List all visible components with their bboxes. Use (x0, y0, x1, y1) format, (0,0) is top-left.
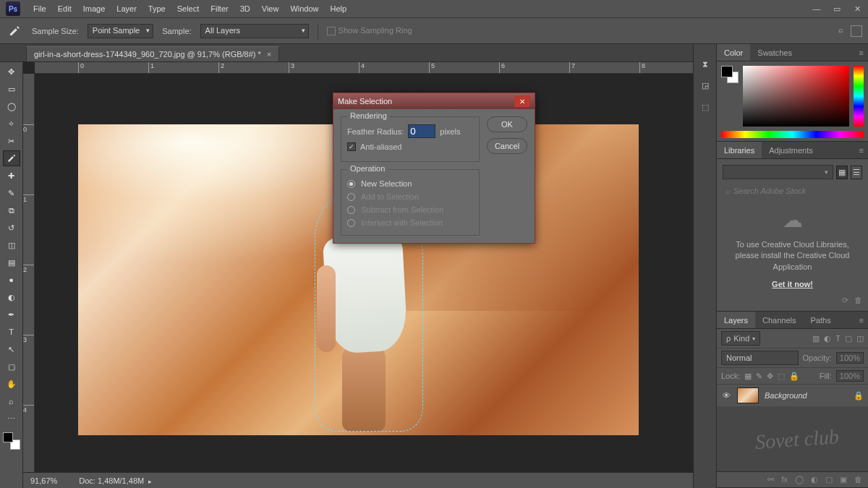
list-view-icon[interactable]: ☰ (851, 166, 862, 179)
menu-image[interactable]: Image (77, 4, 111, 13)
blend-mode-select[interactable]: Normal (721, 351, 799, 365)
document-tab[interactable]: girl-in-a-short-dress-1744349_960_720.jp… (26, 46, 279, 61)
magic-wand-tool[interactable]: ✧ (3, 116, 20, 132)
filter-pixel-icon[interactable]: ▥ (812, 334, 820, 343)
hand-tool[interactable]: ✋ (3, 376, 20, 392)
trash-icon[interactable]: 🗑 (854, 475, 862, 484)
layer-name[interactable]: Background (765, 391, 807, 400)
dodge-tool[interactable]: ◐ (3, 289, 20, 305)
tab-channels[interactable]: Channels (755, 312, 803, 328)
panel-menu-icon[interactable]: ≡ (855, 316, 868, 325)
type-tool[interactable]: T (3, 324, 20, 340)
show-sampling-ring[interactable]: Show Sampling Ring (327, 26, 412, 35)
close-tab-icon[interactable]: × (267, 50, 271, 59)
library-select[interactable]: ▾ (723, 165, 833, 179)
adjustment-icon[interactable]: ◐ (811, 475, 818, 484)
menu-filter[interactable]: Filter (205, 4, 234, 13)
healing-tool[interactable]: ✚ (3, 168, 20, 184)
sample-select[interactable]: All Layers▾ (200, 24, 309, 38)
sync-icon[interactable]: ⟳ (842, 296, 848, 305)
brush-tool[interactable]: ✎ (3, 185, 20, 201)
fx-icon[interactable]: fx (781, 475, 788, 484)
edit-toolbar[interactable]: ⋯ (3, 411, 20, 427)
zoom-level[interactable]: 91,67% (30, 476, 57, 485)
menu-view[interactable]: View (256, 4, 285, 13)
op-new-selection[interactable]: New Selection (347, 177, 473, 190)
panel-menu-icon[interactable]: ≡ (855, 48, 868, 57)
workspace-icon[interactable] (851, 25, 862, 37)
filter-smart-icon[interactable]: ◫ (856, 334, 864, 343)
opacity-value[interactable]: 100% (836, 352, 864, 364)
mask-icon[interactable]: ◯ (795, 475, 804, 484)
panel-menu-icon[interactable]: ≡ (855, 146, 868, 155)
restore-icon[interactable]: ▭ (832, 4, 842, 14)
color-field[interactable] (743, 66, 849, 127)
group-icon[interactable]: ▢ (825, 475, 833, 484)
search-icon[interactable]: ⌕ (838, 25, 843, 37)
history-brush-tool[interactable]: ↺ (3, 220, 20, 236)
crop-tool[interactable]: ✂ (3, 133, 20, 149)
tab-layers[interactable]: Layers (717, 312, 755, 328)
gradient-tool[interactable]: ▤ (3, 254, 20, 270)
eraser-tool[interactable]: ◫ (3, 237, 20, 253)
tab-swatches[interactable]: Swatches (750, 44, 799, 61)
properties-icon[interactable]: ◲ (699, 79, 712, 92)
color-swatches[interactable] (3, 432, 20, 450)
blur-tool[interactable]: ● (3, 272, 20, 288)
filter-adjust-icon[interactable]: ◐ (824, 334, 831, 343)
fill-value[interactable]: 100% (836, 370, 864, 382)
lock-position-icon[interactable]: ✎ (756, 372, 762, 381)
trash-icon[interactable]: 🗑 (854, 296, 862, 305)
tab-color[interactable]: Color (717, 44, 750, 61)
tab-paths[interactable]: Paths (804, 312, 838, 328)
dialog-titlebar[interactable]: Make Selection ✕ (333, 93, 535, 109)
menu-layer[interactable]: Layer (111, 4, 142, 13)
filter-shape-icon[interactable]: ▢ (845, 334, 852, 343)
grid-view-icon[interactable]: ▦ (836, 166, 848, 179)
ok-button[interactable]: OK (487, 116, 527, 132)
doc-info[interactable]: Doc: 1,48M/1,48M▸ (79, 476, 152, 485)
stock-search[interactable]: ⌕ Search Adobe Stock (723, 187, 862, 195)
layer-row[interactable]: 👁 Background 🔒 (717, 385, 868, 406)
new-layer-icon[interactable]: ▣ (840, 475, 847, 484)
lock-all-icon[interactable]: 🔒 (789, 372, 799, 381)
tab-libraries[interactable]: Libraries (717, 142, 762, 158)
stamp-tool[interactable]: ⧉ (3, 202, 20, 218)
color-fg-bg[interactable] (721, 66, 739, 127)
layer-filter-kind[interactable]: ρKind▾ (721, 331, 760, 346)
menu-select[interactable]: Select (171, 4, 205, 13)
hue-slider[interactable] (854, 66, 864, 127)
3d-icon[interactable]: ⬚ (699, 100, 712, 114)
tab-adjustments[interactable]: Adjustments (762, 142, 820, 158)
lock-pixels-icon[interactable]: ▦ (744, 372, 752, 381)
close-icon[interactable]: ✕ (852, 4, 862, 14)
eyedropper-tool[interactable] (3, 150, 20, 166)
sample-size-select[interactable]: Point Sample▾ (88, 24, 153, 38)
menu-edit[interactable]: Edit (52, 4, 77, 13)
cancel-button[interactable]: Cancel (487, 138, 527, 154)
hue-strip[interactable] (721, 131, 864, 138)
lock-artboard-icon[interactable]: ✥ (767, 372, 773, 381)
menu-window[interactable]: Window (284, 4, 324, 13)
zoom-tool[interactable]: ⌕ (3, 393, 20, 409)
eyedropper-icon[interactable] (6, 22, 23, 40)
menu-type[interactable]: Type (142, 4, 171, 13)
pen-tool[interactable]: ✒ (3, 307, 20, 322)
visibility-icon[interactable]: 👁 (721, 391, 731, 400)
filter-type-icon[interactable]: T (835, 334, 841, 343)
menu-file[interactable]: File (27, 4, 52, 13)
link-layers-icon[interactable]: ⚯ (767, 475, 774, 484)
antialias-checkbox[interactable]: ✓ (347, 142, 356, 151)
path-tool[interactable]: ↖ (3, 341, 20, 357)
get-it-now-link[interactable]: Get it now! (772, 280, 813, 288)
ruler-vertical[interactable]: 0 1 2 3 4 (23, 74, 35, 472)
menu-3d[interactable]: 3D (234, 4, 256, 13)
shape-tool[interactable]: ▢ (3, 359, 20, 374)
feather-radius-input[interactable] (408, 124, 435, 138)
minimize-icon[interactable]: — (812, 4, 822, 14)
dialog-close-icon[interactable]: ✕ (514, 95, 530, 107)
history-icon[interactable]: ⧗ (699, 57, 712, 70)
marquee-tool[interactable]: ▭ (3, 81, 20, 97)
menu-help[interactable]: Help (325, 4, 353, 13)
lasso-tool[interactable]: ◯ (3, 98, 20, 114)
